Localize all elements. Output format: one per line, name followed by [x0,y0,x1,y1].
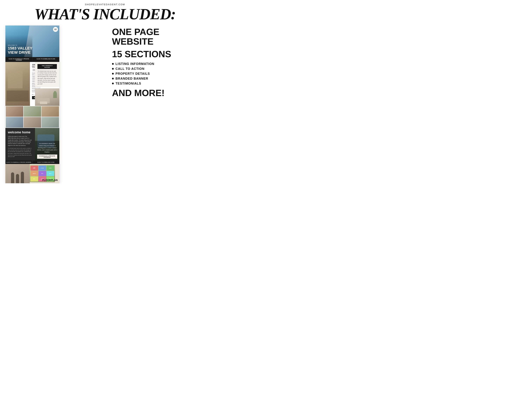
welcome-home-panel: welcome home A little extra space in eve… [5,128,35,160]
person-1 [11,172,14,183]
features-list: LISTING INFORMATION CALL TO ACTION PROPE… [112,62,205,85]
cta-showing-btn-2[interactable]: CLICK TO SCHEDULE A PRIVATE SHOWING [5,160,33,164]
table-shape [40,102,47,104]
room-shape-1 [8,71,23,88]
info-column: ONE PAGEWEBSITE 15 SECTIONS LISTING INFO… [109,25,205,98]
pool-panel: An entertainer's dream, the outdoor livi… [35,128,59,160]
logo-circle: LOGO HERE [53,27,58,32]
welcome-home-title: welcome home [8,131,33,134]
hero-text: WELCOME TO 1583 VALLEYVIEW DRIVE [8,45,32,55]
desc-headline: THE PERFECT HOUSE [38,64,57,69]
desc-panel: THE PERFECT HOUSE The finished lower lev… [35,62,59,87]
bullet-label-4: BRANDED BANNER [115,77,148,81]
gallery-img-6 [41,117,59,128]
bullet-label-3: PROPERTY DETAILS [115,72,150,75]
bullet-dot-5 [112,83,114,84]
bottom-section: LIVINGROOM KITCHEN DINING MASTER BATH BE… [5,164,59,183]
mockup-page-front: LOGO HERE WELCOME TO 1583 VALLEYVIEW DRI… [5,25,59,183]
people-section [5,164,30,183]
bullet-listing-info: LISTING INFORMATION [112,62,205,66]
hero-section: LOGO HERE WELCOME TO 1583 VALLEYVIEW DRI… [5,26,59,57]
bullet-label-2: CALL TO ACTION [115,67,145,71]
schedule-btn[interactable]: SCHEDULE A PRIVATE SHOWING [37,155,57,159]
hero-address: 1583 VALLEYVIEW DRIVE [8,46,32,55]
gallery-img-5 [24,117,41,128]
floorplan-label: FLOORPLAN [42,179,57,181]
welcome-pool-section: welcome home A little extra space in eve… [5,128,59,160]
bullet-property-details: PROPERTY DETAILS [112,72,205,75]
one-page-website-label: ONE PAGEWEBSITE [112,27,205,46]
gallery-img-1 [6,106,23,117]
fp-room-2: KITCHEN [38,166,46,171]
desc-text: The finished lower level can be used in … [38,70,57,85]
property-image [5,62,30,106]
gallery-img-4 [6,117,23,128]
floorplan-section: LIVINGROOM KITCHEN DINING MASTER BATH BE… [30,164,59,183]
fp-room-6: BED 2 [47,171,54,176]
cta-buttons-row-1: CLICK TO SCHEDULE A PRIVATE SHOWING CLIC… [5,57,59,62]
fp-room-7: BED 3 [30,176,38,181]
fp-room-1: LIVINGROOM [30,166,38,171]
pool-desc: An entertainer's dream, the outdoor livi… [37,143,57,153]
cta-buttons-row-2: CLICK TO SCHEDULE A PRIVATE SHOWING CLIC… [5,160,59,164]
bullet-dot-2 [112,68,114,70]
cta-showing-btn-1[interactable]: CLICK TO SCHEDULE A PRIVATE SHOWING [5,57,33,62]
pool-text-overlay: An entertainer's dream, the outdoor livi… [35,141,59,160]
person-2 [16,174,19,183]
hero-welcome-label: WELCOME TO [8,45,32,46]
room-shape-2 [7,91,29,102]
cta-download-btn-1[interactable]: CLICK TO DOWNLOAD FLYER [33,57,59,62]
fp-room-4: MASTER [30,171,38,176]
and-more-label: AND MORE! [112,88,205,98]
bullet-testimonials: TESTIMONIALS [112,82,205,85]
beds-meta: 🛏 4 [32,94,34,95]
property-info-panel: 1583 Valley View Drive VALLEY FALLS, TEN… [5,62,59,106]
living-room-image [35,88,59,106]
people-shapes [8,168,27,183]
bullet-label-5: TESTIMONIALS [115,82,141,85]
gallery-img-2 [24,106,41,117]
mockup-column: LOGO HERE WELCOME TO 1583 VALLEYVIEW DRI… [5,25,103,183]
cta-download-btn-2[interactable]: CLICK TO DOWNLOAD FLYER [33,160,59,164]
welcome-home-desc-2: The finished lower level can be used in … [8,148,33,158]
gallery-img-3 [41,106,59,117]
bullet-cta: CALL TO ACTION [112,67,205,71]
plant-shape [53,91,57,98]
bullet-dot-3 [112,73,114,75]
fp-room-3: DINING [47,166,54,171]
desc-panel-wrap: THE PERFECT HOUSE The finished lower lev… [35,62,59,106]
bullet-branded-banner: BRANDED BANNER [112,77,205,81]
person-3 [21,172,24,183]
bullet-label-1: LISTING INFORMATION [115,62,154,66]
fifteen-sections-label: 15 SECTIONS [112,49,205,59]
welcome-home-desc: A little extra space in every room! This… [8,136,33,147]
bullet-dot-4 [112,78,114,79]
bullet-dot-1 [112,63,114,65]
fp-room-5: BATH [38,171,46,176]
property-card: 1583 Valley View Drive VALLEY FALLS, TEN… [5,62,35,106]
main-title: WHAT'S INCLUDED: [0,7,210,24]
gallery-grid [5,106,59,128]
